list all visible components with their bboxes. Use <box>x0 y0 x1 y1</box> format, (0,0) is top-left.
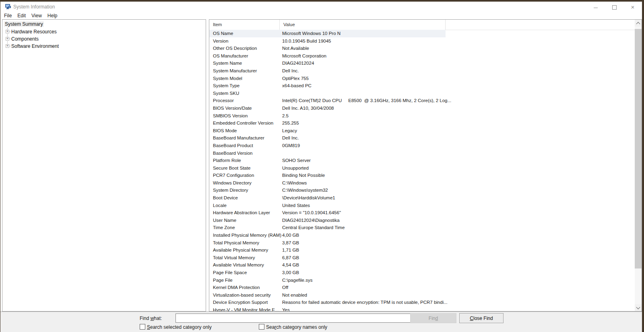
table-row[interactable]: Embedded Controller Version255.255 <box>209 119 635 127</box>
table-row[interactable]: PCR7 ConfigurationBinding Not Possible <box>209 172 635 179</box>
table-row[interactable]: Available Virtual Memory4,54 GB <box>209 261 635 269</box>
item-cell: OS Name <box>209 30 282 37</box>
close-button[interactable]: × <box>623 2 642 13</box>
value-cell: DIAG24012024 <box>282 59 314 67</box>
item-cell: BaseBoard Manufacturer <box>209 134 282 142</box>
table-row[interactable]: SMBIOS Version2.5 <box>209 112 635 120</box>
table-row[interactable]: Virtualization-based securityNot enabled <box>209 291 635 299</box>
table-row[interactable]: Hardware Abstraction LayerVersion = "10.… <box>209 209 635 217</box>
menu-help[interactable]: Help <box>45 12 60 20</box>
table-row[interactable]: BIOS ModeLegacy <box>209 127 635 135</box>
item-cell: System Name <box>209 59 282 67</box>
item-cell: System Manufacturer <box>209 67 282 75</box>
checkbox-icon[interactable] <box>259 324 264 330</box>
column-header-value[interactable]: Value <box>280 20 446 30</box>
item-cell: Processor <box>209 97 282 105</box>
table-row[interactable]: Available Physical Memory1,71 GB <box>209 246 635 254</box>
table-row[interactable]: Boot Device\Device\HarddiskVolume1 <box>209 194 635 202</box>
table-row[interactable]: User NameDIAG24012024\Diagnostika <box>209 217 635 224</box>
item-cell: Installed Physical Memory (RAM) <box>209 232 282 239</box>
item-cell: Virtualization-based security <box>209 291 282 299</box>
maximize-button[interactable] <box>605 2 623 13</box>
search-category-names-checkbox[interactable]: Search category names only <box>259 324 327 330</box>
vertical-scrollbar[interactable] <box>635 20 642 311</box>
table-row[interactable]: Windows DirectoryC:\Windows <box>209 179 635 187</box>
table-row[interactable]: Kernel DMA ProtectionOff <box>209 284 635 291</box>
table-row[interactable]: LocaleUnited States <box>209 202 635 209</box>
close-icon: × <box>631 4 635 10</box>
scroll-down-button[interactable] <box>635 304 642 311</box>
title-bar: System Information × <box>0 2 642 12</box>
table-row[interactable]: ProcessorIntel(R) Core(TM)2 Duo CPU E850… <box>209 97 635 105</box>
column-header-item[interactable]: Item <box>209 20 280 30</box>
menu-view[interactable]: View <box>29 12 45 20</box>
table-row[interactable]: BIOS Version/DateDell Inc. A10, 30/04/20… <box>209 105 635 112</box>
table-row[interactable]: Page File Space3,00 GB <box>209 269 635 277</box>
menu-file[interactable]: File <box>1 12 14 20</box>
table-row[interactable]: BaseBoard Version <box>209 150 635 157</box>
expand-plus-icon[interactable]: + <box>6 37 9 41</box>
table-row[interactable]: System ModelOptiPlex 755 <box>209 75 635 82</box>
table-row[interactable]: Hyper-V - VM Monitor Mode E...Yes <box>209 306 635 311</box>
window-title: System Information <box>13 4 55 10</box>
find-what-label: Find what: <box>140 316 162 321</box>
table-row[interactable]: OS ManufacturerMicrosoft Corporation <box>209 52 635 60</box>
scroll-up-button[interactable] <box>635 20 642 27</box>
item-cell: Kernel DMA Protection <box>209 284 282 291</box>
menu-edit[interactable]: Edit <box>14 12 29 20</box>
table-row[interactable]: Platform RoleSOHO Server <box>209 157 635 164</box>
minimize-button[interactable] <box>586 2 605 13</box>
item-cell: Page File <box>209 277 282 284</box>
item-cell: OS Manufacturer <box>209 52 282 60</box>
table-row[interactable]: Time ZoneCentral Europe Standard Time <box>209 224 635 232</box>
tree-item-hardware-resources[interactable]: + Hardware Resources <box>2 28 206 35</box>
item-cell: Secure Boot State <box>209 164 282 172</box>
table-row[interactable]: Total Physical Memory3,87 GB <box>209 239 635 247</box>
chevron-up-icon <box>636 22 640 26</box>
table-row[interactable]: Total Virtual Memory6,87 GB <box>209 254 635 262</box>
tree-item-software-environment[interactable]: + Software Environment <box>2 43 206 50</box>
value-cell: United States <box>282 202 310 209</box>
checkbox-icon[interactable] <box>140 324 145 330</box>
value-cell: x64-based PC <box>282 82 312 90</box>
table-row[interactable]: Device Encryption SupportReasons for fai… <box>209 299 635 306</box>
value-cell: 4,00 GB <box>282 232 299 239</box>
table-row[interactable]: System NameDIAG24012024 <box>209 59 635 67</box>
table-row[interactable]: System ManufacturerDell Inc. <box>209 67 635 75</box>
close-find-button[interactable]: Close Find <box>459 313 504 323</box>
table-row[interactable]: Other OS DescriptionNot Available <box>209 45 635 52</box>
table-row[interactable]: System SKU <box>209 90 635 97</box>
value-cell: C:\Windows <box>282 179 307 187</box>
table-row[interactable]: OS NameMicrosoft Windows 10 Pro N <box>209 30 635 37</box>
item-cell: PCR7 Configuration <box>209 172 282 179</box>
table-row[interactable]: Page FileC:\pagefile.sys <box>209 277 635 284</box>
item-cell: Available Physical Memory <box>209 246 282 254</box>
tree-item-system-summary[interactable]: System Summary <box>2 21 206 28</box>
item-cell: User Name <box>209 217 282 224</box>
find-input[interactable] <box>175 314 412 323</box>
value-cell: 6,87 GB <box>282 254 299 262</box>
expand-plus-icon[interactable]: + <box>6 30 9 33</box>
tree-item-components[interactable]: + Components <box>2 35 206 43</box>
table-row[interactable]: BaseBoard ManufacturerDell Inc. <box>209 134 635 142</box>
table-row[interactable]: System Typex64-based PC <box>209 82 635 90</box>
item-cell: BIOS Mode <box>209 127 282 135</box>
value-cell: Not Available <box>282 45 309 52</box>
find-button[interactable]: Find <box>410 313 456 323</box>
value-cell: SOHO Server <box>282 157 311 164</box>
chevron-down-icon <box>636 305 640 309</box>
expand-plus-icon[interactable]: + <box>6 44 9 48</box>
table-row[interactable]: Secure Boot StateUnsupported <box>209 164 635 172</box>
item-cell: Embedded Controller Version <box>209 119 282 127</box>
value-cell: Dell Inc. <box>282 67 299 75</box>
value-cell: OptiPlex 755 <box>282 75 309 82</box>
table-row[interactable]: System DirectoryC:\Windows\system32 <box>209 186 635 194</box>
table-row[interactable]: Version10.0.19045 Build 19045 <box>209 37 635 45</box>
search-selected-category-checkbox[interactable]: Search selected category only <box>140 324 212 330</box>
item-cell: BaseBoard Product <box>209 142 282 150</box>
table-row[interactable]: Installed Physical Memory (RAM)4,00 GB <box>209 232 635 239</box>
scrollbar-thumb[interactable] <box>635 29 642 268</box>
item-cell: Locale <box>209 202 282 209</box>
value-cell: Binding Not Possible <box>282 172 325 179</box>
table-row[interactable]: BaseBoard Product0GM819 <box>209 142 635 150</box>
